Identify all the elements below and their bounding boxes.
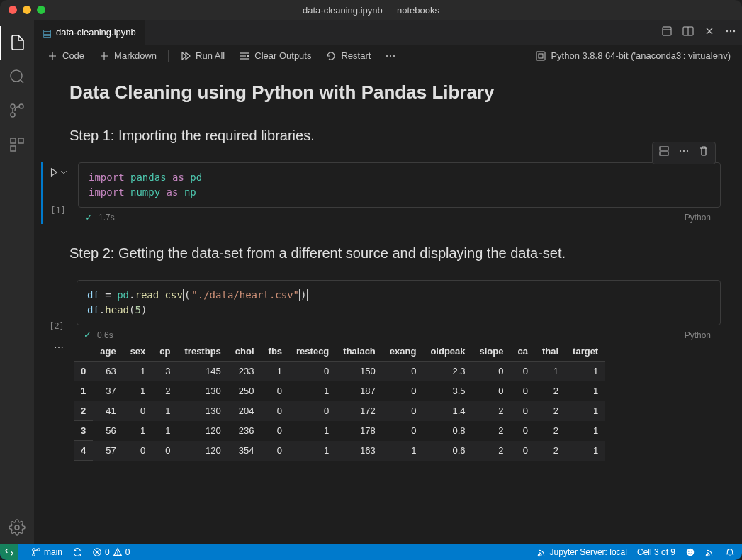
delete-cell-icon[interactable]: [698, 145, 709, 161]
tab-label: data-cleaning.ipynb: [56, 27, 136, 38]
cell-value: 204: [228, 401, 262, 421]
feedback-icon[interactable]: [685, 547, 695, 557]
cell-value: 0: [510, 421, 534, 441]
clear-outputs-button[interactable]: Clear Outputs: [233, 47, 317, 65]
markdown-cell-title[interactable]: Data Cleaning using Python with Pandas L…: [41, 82, 721, 103]
cell-value: 0: [383, 381, 424, 401]
cell-status: ✓ 0.6s Python: [77, 325, 721, 342]
cell-value: 0: [262, 441, 290, 461]
svg-point-37: [683, 150, 685, 152]
svg-rect-5: [11, 138, 16, 143]
svg-point-2: [19, 104, 23, 108]
minimize-window[interactable]: [23, 6, 31, 14]
svg-point-14: [726, 30, 728, 31]
add-markdown-cell-button[interactable]: Markdown: [93, 47, 162, 65]
settings-icon[interactable]: [0, 510, 34, 544]
cell-more-icon[interactable]: [678, 145, 690, 161]
cell-value: 2: [535, 401, 566, 421]
divider: [168, 50, 169, 62]
table-row: 063131452331015002.30011: [74, 362, 605, 381]
exec-time: 0.6s: [97, 330, 113, 340]
code-cell-2[interactable]: [2] df = pd.read_csv("./data/heart.csv")…: [41, 280, 721, 461]
column-header: trestbps: [178, 342, 228, 362]
cell-language[interactable]: Python: [685, 213, 711, 223]
svg-rect-9: [663, 27, 671, 35]
source-control-icon[interactable]: [0, 94, 34, 128]
cell-value: 130: [178, 381, 228, 401]
problems-button[interactable]: 0 0: [92, 547, 130, 557]
svg-point-15: [730, 30, 731, 31]
toggle-output-icon[interactable]: [661, 26, 673, 40]
restart-button[interactable]: Restart: [320, 47, 376, 65]
svg-point-16: [733, 30, 735, 31]
cell-value: 1: [123, 381, 153, 401]
svg-point-29: [390, 55, 391, 56]
code-cell-1[interactable]: [1] import pandas as pd import numpy as …: [41, 162, 721, 224]
cell-value: 1: [152, 401, 177, 421]
cell-value: 1: [566, 421, 605, 441]
cell-value: 187: [336, 381, 383, 401]
cell-value: 233: [228, 362, 262, 381]
close-editor-icon[interactable]: [704, 26, 715, 40]
split-cell-icon[interactable]: [658, 145, 670, 161]
ports-icon[interactable]: [705, 547, 715, 557]
svg-rect-31: [536, 52, 545, 60]
kernel-selector[interactable]: Python 3.8.8 64-bit ('anaconda3': virtua…: [535, 50, 731, 62]
output-ellipsis-icon[interactable]: ⋯: [54, 342, 64, 353]
close-window[interactable]: [9, 6, 17, 14]
cell-value: 150: [336, 362, 383, 381]
notebook-toolbar: Code Markdown Run All Clear Outputs: [34, 45, 742, 67]
column-header: ca: [510, 342, 534, 362]
jupyter-server-status[interactable]: Jupyter Server: local: [537, 547, 627, 557]
cell-position[interactable]: Cell 3 of 9: [637, 547, 675, 557]
notebook-icon: ▤: [43, 27, 52, 38]
cell-status: ✓ 1.7s Python: [78, 208, 721, 224]
cell-value: 0: [510, 362, 534, 381]
search-icon[interactable]: [0, 60, 34, 94]
markdown-cell-step2[interactable]: Step 2: Getting the data-set from a diff…: [41, 245, 721, 262]
page-title: Data Cleaning using Python with Pandas L…: [41, 82, 721, 103]
remote-indicator[interactable]: [0, 544, 18, 560]
notebook-content[interactable]: Data Cleaning using Python with Pandas L…: [34, 67, 742, 544]
tab-data-cleaning[interactable]: ▤ data-cleaning.ipynb: [34, 20, 145, 45]
cell-value: 2: [473, 421, 511, 441]
sync-button[interactable]: [72, 547, 82, 557]
run-all-label: Run All: [196, 50, 225, 61]
svg-rect-6: [18, 138, 23, 143]
git-branch[interactable]: main: [31, 547, 62, 557]
cell-value: 120: [178, 421, 228, 441]
cell-value: 2: [152, 381, 177, 401]
cell-language[interactable]: Python: [685, 330, 711, 340]
success-icon: ✓: [85, 212, 93, 223]
run-all-button[interactable]: Run All: [174, 47, 230, 65]
cell-value: 41: [93, 401, 123, 421]
table-row: 457001203540116310.62021: [74, 441, 605, 461]
code-editor[interactable]: df = pd.read_csv("./data/heart.csv") df.…: [77, 280, 721, 325]
more-actions-icon[interactable]: [725, 26, 736, 40]
add-code-cell-button[interactable]: Code: [41, 47, 90, 65]
code-editor[interactable]: import pandas as pd import numpy as np: [78, 162, 721, 208]
cell-value: 0: [473, 381, 511, 401]
svg-marker-33: [52, 169, 57, 177]
svg-rect-35: [660, 152, 668, 155]
maximize-window[interactable]: [37, 6, 45, 14]
cell-value: 2: [535, 441, 566, 461]
split-editor-icon[interactable]: [682, 26, 694, 40]
column-header: exang: [383, 342, 424, 362]
explorer-icon[interactable]: [0, 26, 34, 60]
cell-value: 37: [93, 381, 123, 401]
cell-value: 120: [178, 441, 228, 461]
toolbar-more-icon[interactable]: [379, 47, 402, 65]
table-row: 241011302040017201.42021: [74, 401, 605, 421]
svg-point-51: [706, 554, 708, 556]
svg-point-28: [386, 55, 388, 56]
markdown-cell-step1[interactable]: Step 1: Importing the required libraries…: [41, 128, 721, 144]
column-header: thalach: [336, 342, 383, 362]
window-controls: [9, 6, 45, 14]
run-cell-button[interactable]: [49, 162, 67, 177]
table-row: 356111202360117800.82021: [74, 421, 605, 441]
extensions-icon[interactable]: [0, 128, 34, 162]
cell-value: 3: [152, 362, 177, 381]
notifications-icon[interactable]: [725, 547, 735, 557]
cell-value: 0: [123, 441, 153, 461]
